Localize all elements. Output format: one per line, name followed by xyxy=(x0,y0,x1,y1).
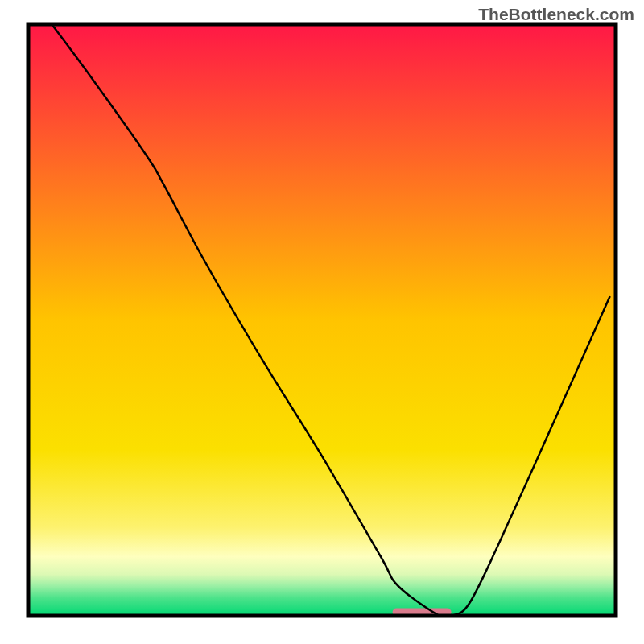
chart-container: TheBottleneck.com xyxy=(0,0,644,644)
watermark-text: TheBottleneck.com xyxy=(478,5,634,24)
bottleneck-chart xyxy=(0,0,644,644)
